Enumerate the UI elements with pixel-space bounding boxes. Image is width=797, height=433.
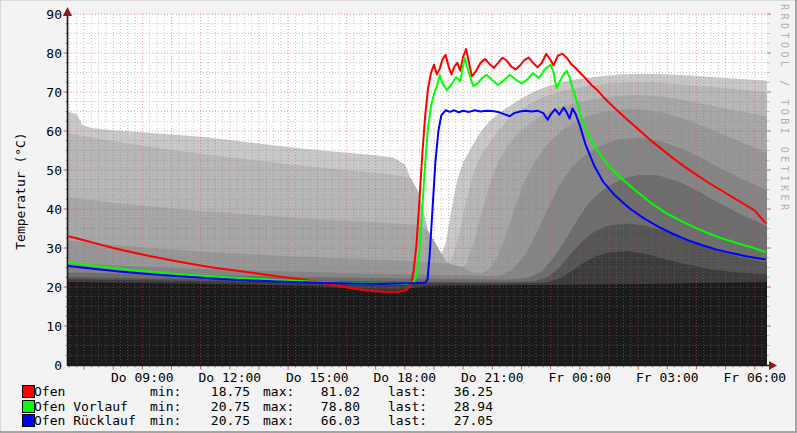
y-tick-label: 10 <box>0 320 62 333</box>
legend-min-value: 18.75 <box>180 385 250 398</box>
legend-last-label: last: <box>388 385 430 398</box>
y-tick-label: 70 <box>0 86 62 99</box>
y-tick-label: 60 <box>0 125 62 138</box>
y-tick-label: 80 <box>0 47 62 60</box>
rrd-graph: Temperatur (°C) RRDTOOL / TOBI OETIKER 0… <box>0 0 797 433</box>
legend-min-value: 20.75 <box>180 414 250 427</box>
legend-last-value: 28.94 <box>425 400 493 413</box>
legend-last-value: 27.05 <box>425 414 493 427</box>
legend-max-value: 66.03 <box>292 414 360 427</box>
legend-last-label: last: <box>388 414 430 427</box>
legend-last-label: last: <box>388 400 430 413</box>
legend-row: Ofenmin:18.75max:81.02last:36.25 <box>0 385 797 399</box>
x-tick-label: Do 18:00 <box>374 371 437 384</box>
legend-last-value: 36.25 <box>425 385 493 398</box>
chart-canvas <box>0 0 797 433</box>
x-tick-label: Fr 03:00 <box>636 371 699 384</box>
x-tick-label: Do 12:00 <box>199 371 262 384</box>
legend-series-name: Ofen <box>34 385 146 398</box>
legend-row: Ofen Vorlaufmin:20.75max:78.80last:28.94 <box>0 400 797 414</box>
legend-row: Ofen Rücklaufmin:20.75max:66.03last:27.0… <box>0 414 797 428</box>
x-tick-label: Do 21:00 <box>461 371 524 384</box>
x-tick-label: Fr 06:00 <box>723 371 786 384</box>
y-axis-arrow <box>63 7 72 16</box>
legend-series-name: Ofen Rücklauf <box>34 414 146 427</box>
y-tick-label: 90 <box>0 8 62 21</box>
legend-series-name: Ofen Vorlauf <box>34 400 146 413</box>
x-tick-label: Do 15:00 <box>286 371 349 384</box>
x-tick-label: Fr 00:00 <box>548 371 611 384</box>
frame-edge-top <box>0 0 797 1</box>
y-tick-label: 40 <box>0 203 62 216</box>
x-tick-label: Do 09:00 <box>111 371 174 384</box>
legend-min-value: 20.75 <box>180 400 250 413</box>
legend-max-value: 78.80 <box>292 400 360 413</box>
rrdtool-watermark: RRDTOOL / TOBI OETIKER <box>778 4 790 228</box>
y-tick-label: 20 <box>0 281 62 294</box>
legend-max-value: 81.02 <box>292 385 360 398</box>
legend-min-label: min: <box>150 414 184 427</box>
y-tick-label: 0 <box>0 359 62 372</box>
legend-min-label: min: <box>150 385 184 398</box>
base-band-black <box>68 282 767 365</box>
legend-min-label: min: <box>150 400 184 413</box>
x-axis-arrow <box>769 361 777 370</box>
y-tick-label: 30 <box>0 242 62 255</box>
y-tick-label: 50 <box>0 164 62 177</box>
frame-edge-left <box>0 0 1 433</box>
